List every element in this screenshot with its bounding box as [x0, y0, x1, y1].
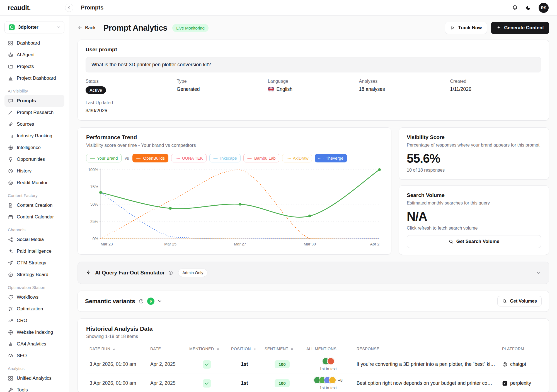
user-avatar[interactable]: RS: [539, 3, 549, 13]
sidebar-section-channels: Channels: [4, 223, 64, 234]
notifications-button[interactable]: [512, 5, 518, 11]
globe-icon: [8, 330, 13, 335]
topbar: reaudit. Prompts RS: [0, 0, 557, 16]
sidebar-item-strategy-board[interactable]: Strategy Board: [4, 269, 64, 281]
sidebar-item-prompts[interactable]: Prompts: [4, 95, 64, 107]
legend-uuna-tek[interactable]: UUNA TEK: [171, 154, 207, 162]
sidebar-item-prompt-research[interactable]: Prompt Research: [4, 107, 64, 118]
generate-content-button[interactable]: Generate Content: [491, 22, 549, 34]
fanout-simulator-card[interactable]: AI Query Fan-Out Simulator Admin Only: [78, 262, 549, 284]
sidebar-item-paid-intelligence[interactable]: Paid Intelligence: [4, 245, 64, 257]
sidebar-item-content-calendar[interactable]: Content Calendar: [4, 211, 64, 223]
legend-vs-label: vs: [125, 156, 129, 160]
semantic-variants-card: Semantic variants 6 Get Volumes: [78, 291, 549, 312]
cell-position: 1st: [228, 355, 261, 374]
sidebar-item-dashboard[interactable]: Dashboard: [4, 37, 64, 49]
legend-openbuilds[interactable]: OpenBuilds: [132, 154, 169, 162]
track-now-button[interactable]: Track Now: [445, 22, 487, 34]
sidebar-item-projects[interactable]: Projects: [4, 61, 64, 72]
share-icon: [8, 237, 13, 242]
search-volume-card: Search Volume Estimated monthly searches…: [399, 185, 549, 255]
field-type: Type Generated: [177, 79, 268, 94]
column-header-all-mentions[interactable]: ALL MENTIONS: [303, 343, 353, 355]
column-header-sentiment[interactable]: SENTIMENT: [261, 343, 303, 355]
column-header-mentioned[interactable]: MENTIONED: [186, 343, 228, 355]
column-header-date[interactable]: DATE: [147, 343, 186, 355]
performance-title: Performance Trend: [86, 134, 383, 141]
workspace-selector[interactable]: 3dplotter: [4, 21, 64, 33]
chevron-down-icon[interactable]: [536, 270, 541, 276]
wand-icon: [8, 110, 13, 115]
sidebar-item-reddit-monitor[interactable]: Reddit Monitor: [4, 177, 64, 189]
svg-text:25%: 25%: [90, 219, 98, 224]
user-prompt-title: User prompt: [86, 47, 541, 53]
legend-theverge[interactable]: Theverge: [315, 154, 347, 162]
legend-line-glyph: [213, 158, 218, 159]
sidebar-item-industry-ranking[interactable]: Industry Ranking: [4, 130, 64, 142]
simulator-title: AI Query Fan-Out Simulator: [95, 270, 165, 276]
svg-text:Mar 30: Mar 30: [304, 242, 316, 246]
get-search-volume-button[interactable]: Get Search Volume: [407, 235, 541, 248]
column-header-response[interactable]: RESPONSE: [353, 343, 499, 355]
sort-both-icon: [253, 347, 257, 351]
sidebar-item-history[interactable]: History: [4, 165, 64, 177]
info-icon[interactable]: [168, 270, 173, 275]
sidebar-collapse-button[interactable]: [65, 4, 73, 12]
sidebar-item-website-indexing[interactable]: Website Indexing: [4, 327, 64, 338]
sidebar-item-unified-analytics[interactable]: Unified Analytics: [4, 372, 64, 384]
get-volumes-button[interactable]: Get Volumes: [497, 296, 542, 306]
theme-toggle-button[interactable]: [525, 5, 531, 11]
legend-line-glyph: [136, 158, 141, 159]
perplexity-icon: [502, 381, 508, 386]
column-header-date-run[interactable]: DATE RUN: [86, 343, 147, 355]
sidebar: 3dplotter DashboardAI AgentProjectsProje…: [0, 16, 69, 392]
grid-icon: [8, 376, 13, 381]
mentions-extra-count: +8: [338, 378, 343, 383]
sidebar-item-opportunities[interactable]: Opportunities: [4, 154, 64, 165]
svg-text:50%: 50%: [90, 202, 98, 206]
check-icon: [205, 362, 209, 367]
sidebar-item-ai-agent[interactable]: AI Agent: [4, 49, 64, 61]
folder-icon: [8, 64, 13, 69]
svg-text:100%: 100%: [88, 167, 98, 172]
trend-up-icon: [8, 318, 13, 323]
mentioned-check-badge: [203, 360, 211, 369]
check-icon: [205, 381, 209, 386]
sidebar-item-gtm-strategy[interactable]: GTM Strategy: [4, 257, 64, 269]
info-icon[interactable]: [139, 299, 144, 304]
column-header-position[interactable]: POSITION: [228, 343, 261, 355]
column-header-platform[interactable]: PLATFORM: [499, 343, 541, 355]
cell-sentiment: 100: [261, 374, 303, 392]
search-volume-value: N/A: [407, 210, 541, 223]
chevron-down-icon[interactable]: [157, 299, 162, 304]
sidebar-item-sources[interactable]: Sources: [4, 118, 64, 130]
legend-bambu-lab[interactable]: Bambu Lab: [243, 154, 279, 162]
gauge-icon: [8, 353, 13, 359]
sidebar-item-optimization[interactable]: Optimization: [4, 303, 64, 315]
sidebar-item-tools[interactable]: Tools: [4, 384, 64, 392]
bell-icon: [512, 5, 518, 11]
sidebar-item-cro[interactable]: CRO: [4, 315, 64, 327]
performance-legend: Your BrandvsOpenBuildsUUNA TEKInkscapeBa…: [86, 154, 383, 162]
sidebar-item-social-media[interactable]: Social Media: [4, 234, 64, 245]
table-row[interactable]: 3 Apr 2026, 01:00 amApr 2, 20251st1001st…: [86, 355, 541, 374]
legend-your-brand[interactable]: Your Brand: [86, 154, 122, 162]
stats-column: Visibility Score Percentage of responses…: [399, 127, 549, 255]
legend-inkscape[interactable]: Inkscape: [209, 154, 241, 162]
wrench-icon: [8, 387, 13, 392]
svg-text:Mar 25: Mar 25: [164, 242, 176, 246]
sidebar-item-seo[interactable]: SEO: [4, 350, 64, 362]
sidebar-item-intelligence[interactable]: Intelligence: [4, 142, 64, 154]
sidebar-item-ga4-analytics[interactable]: GA4 Analytics: [4, 338, 64, 350]
moon-icon: [525, 5, 531, 11]
sidebar-item-content-creation[interactable]: Content Creation: [4, 199, 64, 211]
legend-line-glyph: [318, 158, 323, 159]
legend-axidraw[interactable]: AxiDraw: [282, 154, 312, 162]
sidebar-item-project-dashboard[interactable]: Project Dashboard: [4, 72, 64, 84]
field-status: Status Active: [86, 79, 177, 94]
bulb-icon: [8, 157, 13, 162]
back-button[interactable]: Back: [78, 25, 96, 31]
visibility-score-value: 55.6%: [407, 152, 541, 165]
sidebar-item-workflows[interactable]: Workflows: [4, 291, 64, 303]
table-row[interactable]: 3 Apr 2026, 01:00 amApr 2, 20251st100+81…: [86, 374, 541, 392]
